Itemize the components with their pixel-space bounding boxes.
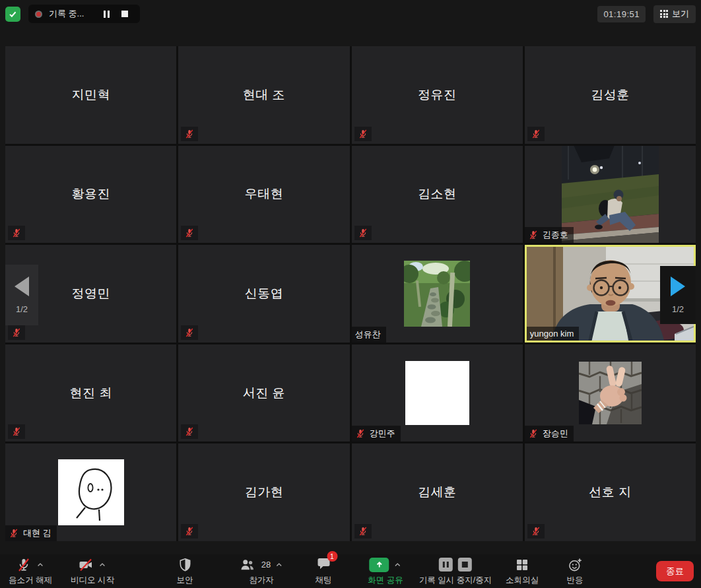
participant-tile[interactable]: 김소현 [352,146,523,244]
chat-unread-badge: 1 [327,551,337,562]
participant-name: 황용진 [71,185,110,203]
breakout-rooms-button[interactable]: 소회의실 [506,554,539,588]
participant-name: 우태현 [245,185,284,203]
chevron-up-icon[interactable] [36,561,44,569]
gallery-view-icon [660,10,668,18]
previous-page-arrow-icon [15,277,29,296]
next-page-button[interactable]: 1/2 [660,266,696,324]
muted-mic-indicator [181,524,198,539]
start-video-button[interactable]: 비디오 시작 [71,554,114,588]
participant-name: 김가현 [245,484,284,501]
participants-count: 28 [261,560,271,570]
recording-pause-button[interactable] [101,9,112,19]
participant-tile[interactable]: 현대 조 [178,46,349,144]
participant-tile[interactable]: 황용진 [5,146,176,244]
participant-name: 지민혁 [71,86,110,104]
muted-mic-indicator [181,226,198,240]
participant-video-white-blank [405,361,469,425]
muted-mic-indicator [354,226,372,240]
participant-tile[interactable]: 성유찬 [352,245,523,343]
view-button-label: 보기 [672,8,689,20]
record-dot-icon [35,11,42,18]
participant-name: 정유진 [418,86,457,104]
breakout-rooms-icon [514,557,530,573]
chevron-up-icon[interactable] [98,561,106,569]
reactions-smiley-icon [567,557,583,573]
muted-mic-indicator [181,325,198,340]
participant-tile[interactable]: 장승민 [525,344,696,442]
meeting-toolbar: 음소거 해제 비디오 시작 보안 28 참가자 1 채팅 [0,554,701,588]
previous-page-button[interactable]: 1/2 [5,265,38,325]
participant-name: 신동엽 [245,285,284,302]
chevron-up-icon[interactable] [393,561,401,569]
participant-tile[interactable]: 서진 윤 [178,344,349,442]
participant-tile[interactable]: 대현 김 [5,443,176,541]
mic-muted-icon [184,327,195,338]
mic-muted-icon [528,428,539,439]
participant-tile[interactable]: 현진 최 [5,344,176,442]
muted-mic-indicator [8,226,25,240]
end-meeting-button[interactable]: 종료 [656,561,694,581]
participant-name-label: 대현 김 [5,525,57,541]
muted-mic-indicator [8,325,25,340]
mic-muted-icon [531,129,541,139]
muted-mic-indicator [354,127,372,141]
pause-recording-icon[interactable] [439,558,453,572]
participant-tile[interactable]: 선호 지 [525,443,696,541]
participant-name: 김소현 [418,185,457,203]
participant-tile[interactable]: 김종호 [525,146,696,244]
share-screen-icon [369,558,389,572]
muted-mic-indicator [527,524,545,539]
participant-video-night-street [562,146,659,244]
participant-tile[interactable]: 신동엽 [178,245,349,343]
recording-indicator: 기록 중... [28,5,140,23]
participants-icon [240,557,255,573]
mic-muted-icon [11,327,22,338]
mic-muted-icon [11,426,22,437]
unmute-button[interactable]: 음소거 해제 [9,554,52,588]
recording-stop-button[interactable] [119,9,131,18]
chat-button[interactable]: 1 채팅 [316,554,332,588]
shield-icon [177,557,193,573]
participant-tile[interactable]: 우태현 [178,146,349,244]
encryption-shield-icon[interactable] [5,7,20,22]
mic-muted-icon [531,526,541,537]
stop-recording-icon[interactable] [458,558,472,572]
share-screen-button[interactable]: 화면 공유 [368,554,403,588]
mic-muted-icon [528,230,539,240]
participant-tile[interactable]: 김성훈 [525,46,696,144]
meeting-top-bar: 기록 중... 01:19:51 보기 [0,0,701,28]
participant-tile[interactable]: 김가현 [178,443,349,541]
participant-name: 서진 윤 [243,385,285,402]
mic-muted-icon [355,428,366,439]
participant-tile[interactable]: 김세훈 [352,443,523,541]
meeting-timer: 01:19:51 [597,6,646,22]
participant-name-label: 김종호 [525,227,574,243]
recording-pause-stop-button[interactable]: 기록 일시 중지/중지 [419,554,492,588]
participant-name: 정영민 [71,285,110,302]
participant-name: 현진 최 [69,385,112,402]
mic-muted-icon [184,426,195,437]
participant-tile[interactable]: 지민혁 [5,46,176,144]
camera-off-icon [78,557,94,573]
participants-button[interactable]: 28 참가자 [240,554,283,588]
security-button[interactable]: 보안 [177,554,193,588]
participant-name: 김세훈 [418,484,457,501]
mic-muted-icon [358,526,368,537]
mic-muted-icon [184,526,195,537]
mic-muted-icon [358,228,368,238]
participant-name: 김성훈 [591,86,630,104]
pause-icon [104,11,110,18]
recording-status-text: 기록 중... [49,8,84,20]
view-button[interactable]: 보기 [653,5,696,23]
mic-muted-icon [16,557,32,573]
mic-muted-icon [11,228,22,238]
chevron-up-icon[interactable] [275,561,283,569]
participant-grid: 지민혁 현대 조 정유진 김성훈 황용진 우태현 김소현 [5,46,696,541]
participant-tile[interactable]: 강민주 [352,344,523,442]
participant-name: 선호 지 [589,484,631,501]
participant-video-doodle-drawing [58,459,124,525]
participant-name-label: 장승민 [525,426,574,441]
reactions-button[interactable]: 반응 [567,554,584,588]
participant-tile[interactable]: 정유진 [352,46,523,144]
